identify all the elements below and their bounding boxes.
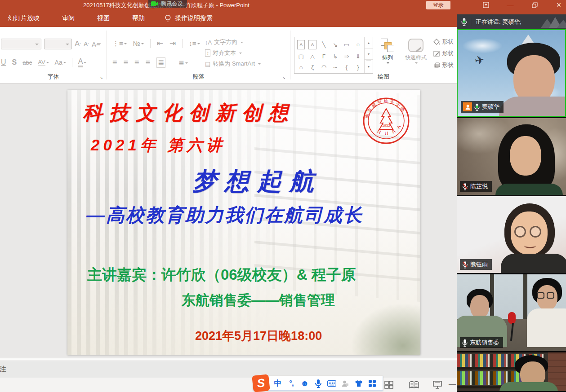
shrink-font-icon[interactable]: Aˇ [84, 40, 89, 48]
voice-input-icon[interactable] [312, 378, 325, 389]
rounded-rectangle-shape-icon[interactable]: ▢ [295, 51, 307, 62]
strikethrough-icon[interactable]: abc [22, 59, 32, 66]
align-left-icon[interactable]: ≡ [112, 58, 117, 67]
shapes-scroll-up-icon[interactable]: ▴ [365, 37, 373, 48]
slide-main-title: 梦想起航 [192, 165, 322, 198]
arc-shape-icon[interactable]: ◠ [318, 62, 330, 72]
change-case-icon[interactable]: Aa [55, 59, 66, 66]
align-right-icon[interactable]: ≡ [134, 58, 139, 67]
slide-canvas: 南京航空航天大学 1952 N U A A 科技文化创新创想 2021年 第六讲… [0, 84, 457, 358]
bullets-icon[interactable]: ⋮≡ [112, 40, 127, 48]
shape-fill-button[interactable]: 形状 [433, 36, 454, 48]
notes-bar[interactable]: 备注 [0, 361, 457, 378]
tab-review[interactable]: 审阅 [54, 10, 83, 27]
elbow-connector-icon[interactable]: Γ [318, 51, 330, 62]
line-shape-icon[interactable]: ╲ [318, 38, 330, 51]
right-arrow-shape-icon[interactable]: ⇒ [341, 51, 352, 62]
tab-view[interactable]: 视图 [89, 10, 118, 27]
titlebar: 20210517科技文化创新创想第六讲：许竹欣程子原 - PowerPoint … [0, 0, 566, 10]
font-name-select[interactable] [1, 39, 41, 49]
numbering-icon[interactable]: № [133, 40, 144, 47]
right-brace-shape-icon[interactable]: } [352, 62, 364, 72]
participant-tiles: ✈ 窦硕华 [457, 29, 566, 391]
slide[interactable]: 南京航空航天大学 1952 N U A A 科技文化创新创想 2021年 第六讲… [67, 90, 420, 355]
video-tile-chen-zhiyue[interactable]: 陈芷悦 [457, 118, 566, 195]
zoom-out-button[interactable]: — [449, 380, 456, 388]
sogou-logo-icon[interactable]: S [252, 374, 270, 392]
elbow-arrow-connector-icon[interactable]: ↳ [330, 51, 341, 62]
minimize-button[interactable]: — [507, 1, 514, 9]
notes-label: 备注 [0, 365, 6, 374]
video-tile-xiong-yuyu[interactable]: 熊钰雨 [457, 196, 566, 273]
reading-view-button[interactable] [408, 381, 420, 389]
soft-keyboard-icon[interactable] [325, 378, 339, 389]
chinese-mode-icon[interactable]: 中 [271, 378, 285, 389]
text-shadow-icon[interactable]: S [12, 58, 17, 66]
video-tile-dou-shuohua[interactable]: ✈ 窦硕华 [457, 29, 566, 117]
slide-datetime: 2021年5月17日晚18:00 [195, 328, 322, 344]
grow-font-icon[interactable]: Aˆ [75, 40, 81, 48]
underline-icon[interactable]: U [1, 58, 6, 66]
clear-formatting-icon[interactable]: A [92, 40, 100, 48]
paragraph-dialog-launcher-icon[interactable]: ↘ [282, 75, 285, 80]
font-dialog-launcher-icon[interactable]: ↘ [99, 75, 103, 80]
quick-styles-icon [408, 39, 423, 52]
shapes-more-icon[interactable]: ▾ [366, 61, 371, 72]
participant-nameplate: 窦硕华 [461, 101, 504, 113]
ribbon-display-options-icon[interactable] [482, 1, 490, 9]
close-button[interactable]: × [555, 1, 562, 9]
text-direction-button[interactable]: ↕A 文字方向 [205, 37, 261, 48]
left-brace-shape-icon[interactable]: { [341, 62, 352, 72]
tab-slideshow[interactable]: 幻灯片放映 [0, 10, 48, 27]
host-badge-icon [463, 102, 472, 111]
align-center-icon[interactable]: ≡ [124, 58, 129, 67]
freeform-shape-icon[interactable]: ⌂ [295, 62, 307, 72]
toolbox-grid-icon[interactable] [365, 378, 379, 389]
character-spacing-icon[interactable]: AV [38, 59, 49, 66]
smartart-button[interactable]: ▤ 转换为 SmartArt [205, 58, 261, 69]
punctuation-icon[interactable]: °, [285, 378, 298, 389]
status-bar: — [0, 378, 457, 392]
arrow-shape-icon[interactable]: ↘ [330, 38, 341, 51]
scribble-shape-icon[interactable]: ζ [307, 62, 318, 72]
tencent-meeting-floatbar[interactable]: 腾讯会议 [148, 0, 187, 8]
video-tile-bottom-partial[interactable] [457, 352, 566, 391]
shape-effects-button[interactable]: 形状 [433, 59, 454, 71]
font-color-icon[interactable]: A [78, 57, 87, 67]
shapes-scroll-down-icon[interactable]: ▾ [365, 48, 373, 60]
slideshow-view-button[interactable] [432, 381, 443, 389]
participant-name: 东航销售委 [470, 339, 499, 347]
account-icon[interactable] [339, 378, 352, 389]
curve-shape-icon[interactable]: ∼ [330, 62, 341, 72]
video-tile-donghang-xiaoshouwei[interactable]: 东航销售委 [457, 274, 566, 351]
line-spacing-icon[interactable]: ↕≡ [189, 40, 200, 47]
oval-shape-icon[interactable]: ○ [352, 38, 364, 51]
triangle-shape-icon[interactable]: △ [307, 51, 318, 62]
down-arrow-shape-icon[interactable]: ⇓ [352, 51, 364, 62]
quick-styles-button[interactable]: 快速样式 [402, 39, 430, 64]
skin-tshirt-icon[interactable] [352, 378, 365, 389]
text-box-icon[interactable]: A [297, 40, 305, 49]
vertical-text-box-icon[interactable]: A [308, 40, 316, 49]
smartart-icon: ▤ [205, 61, 210, 67]
font-size-select[interactable] [44, 39, 72, 49]
emoji-icon[interactable]: ☻ [298, 378, 312, 389]
increase-indent-icon[interactable]: ⇥ [169, 39, 176, 48]
tab-help[interactable]: 帮助 [124, 10, 153, 27]
speaking-status: 正在讲话: 窦硕华; [476, 18, 521, 26]
arrange-button[interactable]: 排列 [377, 39, 398, 64]
decrease-indent-icon[interactable]: ⇤ [157, 39, 163, 48]
nuaa-seal-logo: 南京航空航天大学 1952 N U A A [362, 97, 410, 145]
rectangle-shape-icon[interactable]: ▭ [341, 38, 352, 51]
restore-button[interactable] [531, 1, 538, 9]
slide-org-line: 东航销售委——销售管理 [182, 291, 335, 310]
justify-icon[interactable]: ≡ [146, 58, 151, 67]
tab-tell-me[interactable]: 操作说明搜索 [153, 10, 221, 27]
slide-sorter-view-button[interactable] [383, 381, 395, 389]
arrange-icon [381, 39, 394, 52]
columns-icon[interactable]: ≣ [156, 57, 165, 68]
shape-outline-button[interactable]: 形状 [433, 48, 454, 59]
add-remove-columns-icon[interactable]: ≣ [178, 59, 188, 67]
login-button[interactable]: 登录 [426, 1, 450, 9]
align-text-button[interactable]: ↕ 对齐文本 [205, 48, 261, 58]
